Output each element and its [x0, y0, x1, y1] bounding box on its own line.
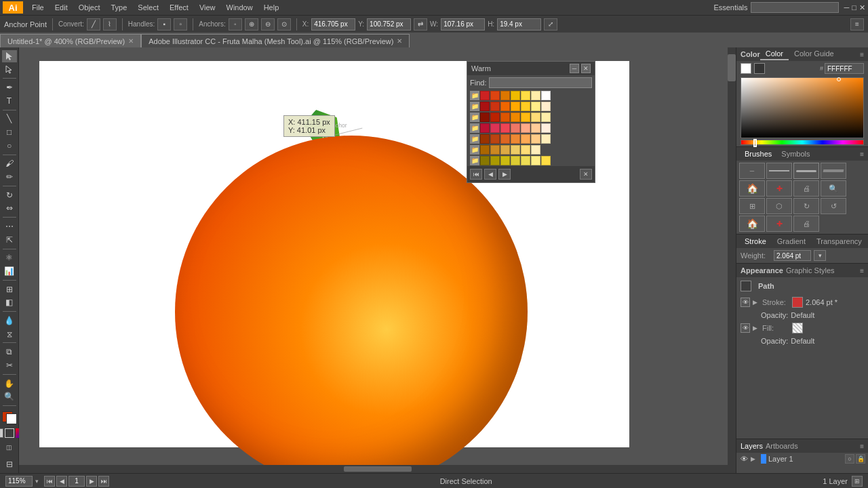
swatch-7-5[interactable]	[521, 156, 530, 165]
symbol-item-2[interactable]: ✚	[766, 180, 792, 197]
weight-input[interactable]: 2.064 pt	[774, 250, 811, 261]
handles-btn-1[interactable]: ▪	[157, 18, 171, 30]
brush-item-4[interactable]	[821, 163, 846, 179]
x-input[interactable]: 416.705 px	[311, 18, 355, 30]
swatches-search-input[interactable]	[489, 77, 592, 88]
swatch-2-6[interactable]	[531, 102, 540, 111]
menu-view[interactable]: View	[195, 2, 220, 13]
symbol-item-3[interactable]: 🖨	[793, 180, 819, 197]
tab-color[interactable]: Color	[760, 48, 789, 60]
symbol-item-5[interactable]: ⊞	[739, 198, 765, 214]
color-fill-stroke[interactable]	[2, 411, 17, 424]
brush-item-3[interactable]	[793, 163, 819, 179]
symbol-item-1[interactable]: 🏠	[739, 180, 765, 197]
swatch-2-4[interactable]	[511, 102, 520, 111]
tab-layers[interactable]: Layers	[741, 442, 763, 450]
stroke-vis-icon[interactable]: 👁	[741, 298, 750, 307]
swatch-white[interactable]	[541, 91, 551, 100]
swatch-orange[interactable]	[500, 91, 510, 100]
color-white-swatch[interactable]	[741, 63, 751, 74]
swatch-2-7[interactable]	[541, 102, 551, 111]
tab-fruta[interactable]: Adobe Illustrator CC - Fruta Malha (Mesh…	[141, 34, 410, 47]
brushes-panel-collapse[interactable]: ≡	[860, 150, 864, 158]
stroke-none-btn[interactable]	[5, 428, 14, 438]
tab-close-untitled[interactable]: ✕	[128, 37, 134, 45]
tool-pen[interactable]: ✒	[2, 81, 17, 94]
tab-gradient[interactable]: Gradient	[773, 236, 810, 247]
tool-scissors[interactable]: ✂	[2, 359, 17, 371]
screen-mode-btn[interactable]: ⊟	[2, 458, 17, 470]
swatch-7-3[interactable]	[500, 156, 510, 165]
swatch-4-7[interactable]	[541, 123, 551, 133]
toolbar-extra-btn[interactable]: ≡	[850, 18, 864, 30]
swatch-3-2[interactable]	[490, 113, 500, 122]
symbol-item-10[interactable]: ✚	[766, 216, 792, 232]
tool-mirror[interactable]: ⇔	[2, 203, 17, 215]
symbol-item-8[interactable]: ↺	[821, 198, 846, 214]
swatch-folder-3[interactable]: 📁	[470, 113, 479, 122]
symbol-item-7[interactable]: ↻	[793, 198, 819, 214]
swatch-4-6[interactable]	[531, 123, 540, 133]
swatches-panel-header[interactable]: Warm ─ ✕	[467, 62, 595, 75]
page-prev-btn[interactable]: ◀	[56, 476, 67, 487]
tool-crop[interactable]: ⧉	[2, 346, 17, 358]
link-xy-btn[interactable]: ⇄	[414, 18, 427, 30]
page-input[interactable]: 1	[68, 476, 85, 487]
swatch-6-6[interactable]	[531, 145, 540, 155]
menu-window[interactable]: Window	[222, 2, 258, 13]
swatch-6-4[interactable]	[511, 145, 520, 155]
swatch-folder-7[interactable]: 📁	[470, 156, 479, 165]
footer-btn-prev[interactable]: ◀	[484, 169, 496, 180]
brush-item-2[interactable]	[766, 163, 792, 179]
anchors-btn-2[interactable]: ⊕	[245, 18, 258, 30]
appearance-panel-collapse[interactable]: ≡	[860, 267, 864, 274]
swatches-close[interactable]: ✕	[581, 64, 591, 73]
weight-dropdown[interactable]: ▾	[814, 250, 826, 261]
swatch-yellow[interactable]	[511, 91, 520, 100]
tool-pencil[interactable]: ✏	[2, 171, 17, 183]
menu-effect[interactable]: Effect	[165, 2, 193, 13]
tool-blend[interactable]: ⧖	[2, 328, 17, 340]
swatches-close-btn[interactable]: ✕	[580, 169, 592, 180]
page-first-btn[interactable]: ⏮	[44, 476, 55, 487]
orange-fruit[interactable]	[175, 136, 528, 473]
swatch-cream[interactable]	[531, 91, 540, 100]
window-minimize[interactable]: ─	[844, 3, 850, 12]
symbol-item-4[interactable]: 🔍	[821, 180, 846, 197]
swatch-5-5[interactable]	[521, 134, 530, 144]
essentials-button[interactable]: Essentials	[713, 3, 747, 12]
swatch-4-2[interactable]	[490, 123, 500, 133]
tab-close-fruta[interactable]: ✕	[397, 37, 402, 45]
swatch-6-5[interactable]	[521, 145, 530, 155]
color-picker-dot[interactable]	[837, 77, 841, 81]
symbol-item-6[interactable]: ⬡	[766, 198, 792, 214]
fill-none-btn[interactable]	[0, 428, 3, 438]
anchors-btn-3[interactable]: ⊖	[261, 18, 275, 30]
page-next-btn[interactable]: ▶	[86, 476, 97, 487]
scroll-thumb-v[interactable]	[728, 54, 736, 81]
y-input[interactable]: 100.752 px	[367, 18, 411, 30]
swatch-3-3[interactable]	[500, 113, 510, 122]
swatch-5-1[interactable]	[480, 134, 490, 144]
tab-color-guide[interactable]: Color Guide	[789, 48, 840, 60]
view-mode-1[interactable]: □	[0, 441, 1, 454]
swatch-4-3[interactable]	[500, 123, 510, 133]
tool-warp[interactable]: ⋯	[2, 220, 17, 232]
swatch-7-7[interactable]	[541, 156, 551, 165]
swatch-3-4[interactable]	[511, 113, 520, 122]
tool-eyedropper[interactable]: 💧	[2, 314, 17, 327]
artboard-btn[interactable]: ⊞	[852, 476, 863, 487]
tool-symbol-spray[interactable]: ⚛	[2, 251, 17, 264]
convert-btn-2[interactable]: ⌇	[103, 18, 117, 30]
symbol-item-11[interactable]: 🖨	[793, 216, 819, 232]
swatch-red-orange[interactable]	[490, 91, 500, 100]
swatch-3-7[interactable]	[541, 113, 551, 122]
tab-symbols[interactable]: Symbols	[777, 148, 814, 159]
swatch-folder-6[interactable]: 📁	[470, 145, 479, 155]
tool-line[interactable]: ╲	[2, 113, 17, 125]
stroke-color-box[interactable]	[6, 413, 17, 424]
search-input[interactable]	[751, 2, 839, 13]
menu-edit[interactable]: Edit	[50, 2, 73, 13]
color-black-swatch[interactable]	[754, 63, 765, 74]
menu-file[interactable]: File	[27, 2, 49, 13]
